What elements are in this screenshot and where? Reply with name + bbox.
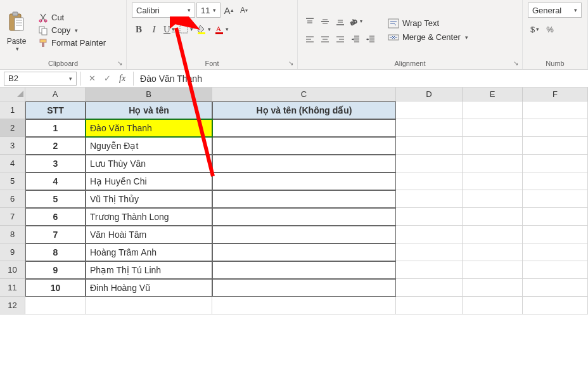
cell[interactable] [212,208,396,226]
cell[interactable] [396,297,463,314]
column-header-B[interactable]: B [86,87,212,101]
increase-font-button[interactable]: A▴ [222,3,236,18]
cell[interactable]: 5 [25,190,86,208]
cell[interactable]: 8 [25,243,86,261]
currency-button[interactable]: $▾ [528,22,542,37]
cell[interactable] [212,155,396,172]
row-header-1[interactable]: 1 [0,101,25,119]
cell[interactable] [523,155,588,172]
cell[interactable] [523,137,588,155]
format-painter-button[interactable]: Format Painter [38,38,106,48]
cell[interactable]: Văn Hoài Tâm [86,226,212,243]
cell[interactable] [523,243,588,261]
chevron-down-icon[interactable]: ▾ [574,7,577,13]
cell[interactable]: 3 [25,155,86,172]
decrease-font-button[interactable]: A▾ [237,3,251,18]
cell[interactable] [396,279,463,297]
copy-button[interactable]: Copy ▾ [38,25,106,36]
dialog-launcher-icon[interactable]: ↘ [288,60,293,67]
cell[interactable] [396,101,463,119]
cell[interactable] [212,279,396,297]
cut-button[interactable]: Cut [38,13,106,23]
row-header-6[interactable]: 6 [0,190,25,208]
cell[interactable] [212,261,396,279]
cell[interactable] [463,190,523,208]
cell[interactable] [396,119,463,137]
cell[interactable]: Trương Thành Long [86,208,212,226]
row-header-5[interactable]: 5 [0,172,25,190]
row-header-3[interactable]: 3 [0,137,25,155]
row-header-12[interactable]: 12 [0,297,25,314]
cell[interactable]: 9 [25,261,86,279]
percent-button[interactable]: % [543,22,557,37]
paste-button[interactable]: Paste ▾ [5,9,32,52]
select-all-corner[interactable] [0,87,25,101]
cell[interactable]: Nguyễn Đạt [86,137,212,155]
cell[interactable] [212,172,396,190]
formula-input[interactable]: Đào Văn Thanh [134,74,588,84]
row-header-4[interactable]: 4 [0,155,25,172]
cell[interactable]: Đinh Hoàng Vũ [86,279,212,297]
font-size-box[interactable]: 11 ▾ [196,3,220,18]
cell[interactable]: 1 [25,119,86,137]
bold-button[interactable]: B [132,22,146,37]
cell[interactable] [523,226,588,243]
underline-button[interactable]: U▾ [162,22,176,37]
cell[interactable] [396,261,463,279]
cell[interactable]: Phạm Thị Tú Linh [86,261,212,279]
cell[interactable] [523,297,588,314]
cell[interactable] [523,101,588,119]
font-color-button[interactable]: A▾ [213,22,229,37]
chevron-down-icon[interactable]: ▾ [75,27,78,34]
align-middle-button[interactable] [318,15,332,29]
italic-button[interactable]: I [147,22,161,37]
column-header-E[interactable]: E [463,87,523,101]
name-box[interactable]: B2 ▾ [4,72,77,86]
cell[interactable] [396,155,463,172]
cell[interactable] [86,297,212,314]
cell[interactable] [463,172,523,190]
cell[interactable] [396,208,463,226]
row-header-7[interactable]: 7 [0,208,25,226]
cell[interactable] [463,226,523,243]
cell[interactable] [463,119,523,137]
fx-button[interactable]: fx [115,74,129,84]
cell[interactable] [463,137,523,155]
cell[interactable] [396,137,463,155]
cell[interactable] [523,208,588,226]
increase-indent-button[interactable] [364,32,378,46]
cell[interactable] [463,261,523,279]
column-header-D[interactable]: D [396,87,463,101]
cancel-formula-button[interactable]: ✕ [85,72,99,86]
dialog-launcher-icon[interactable]: ↘ [513,60,518,67]
row-header-8[interactable]: 8 [0,226,25,243]
align-bottom-button[interactable] [333,15,347,29]
column-header-C[interactable]: C [212,87,396,101]
cell[interactable] [463,279,523,297]
cell[interactable]: 4 [25,172,86,190]
row-header-9[interactable]: 9 [0,243,25,261]
cell[interactable]: Hoàng Trâm Anh [86,243,212,261]
borders-button[interactable]: ▾ [177,22,194,37]
cell[interactable]: Lưu Thùy Vân [86,155,212,172]
cell[interactable] [212,297,396,314]
align-top-button[interactable] [303,15,317,29]
cell[interactable]: 6 [25,208,86,226]
cell[interactable] [25,297,86,314]
cell[interactable]: Họ và tên [86,101,212,119]
cell[interactable] [463,243,523,261]
cell[interactable] [212,119,396,137]
cell[interactable] [523,261,588,279]
align-center-button[interactable] [318,32,332,46]
row-header-11[interactable]: 11 [0,279,25,297]
cell[interactable] [396,172,463,190]
cell[interactable] [463,297,523,314]
column-header-F[interactable]: F [523,87,588,101]
chevron-down-icon[interactable]: ▾ [16,46,19,52]
chevron-down-icon[interactable]: ▾ [213,7,216,13]
cell[interactable] [396,226,463,243]
cell[interactable] [523,172,588,190]
orientation-button[interactable]: ab▾ [348,15,362,29]
cell[interactable] [396,190,463,208]
align-right-button[interactable] [333,32,347,46]
